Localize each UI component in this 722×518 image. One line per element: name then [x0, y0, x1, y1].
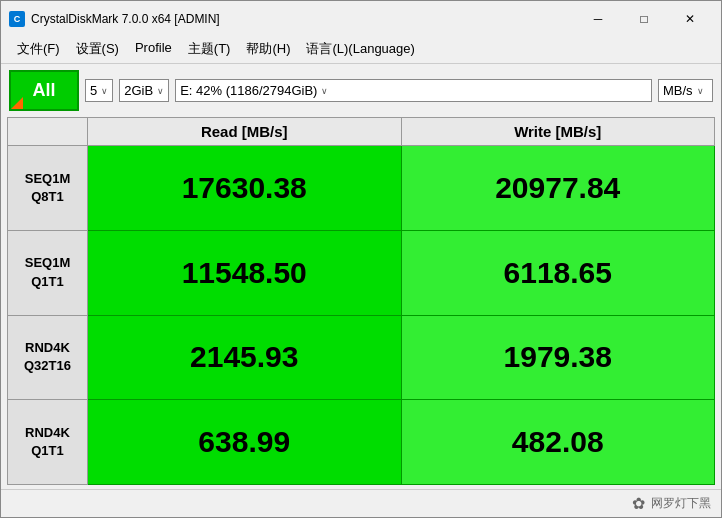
row-write-1: 6118.65: [401, 230, 715, 315]
row-write-3: 482.08: [401, 400, 715, 485]
menu-bar: 文件(F) 设置(S) Profile 主题(T) 帮助(H) 语言(L)(La…: [1, 35, 721, 64]
unit-value: MB/s: [663, 83, 693, 98]
count-dropdown-arrow: ∨: [101, 86, 108, 96]
watermark-text: 网罗灯下黑: [651, 495, 711, 512]
close-button[interactable]: ✕: [667, 7, 713, 31]
results-table: Read [MB/s] Write [MB/s] SEQ1M Q8T117630…: [7, 117, 715, 485]
maximize-button[interactable]: □: [621, 7, 667, 31]
window-title: CrystalDiskMark 7.0.0 x64 [ADMIN]: [31, 12, 220, 26]
unit-dropdown-arrow: ∨: [697, 86, 704, 96]
drive-dropdown[interactable]: E: 42% (1186/2794GiB) ∨: [175, 79, 652, 102]
toolbar: All 5 ∨ 2GiB ∨ E: 42% (1186/2794GiB) ∨ M…: [1, 64, 721, 117]
col-header-label: [8, 118, 88, 146]
status-bar: ✿ 网罗灯下黑: [1, 489, 721, 517]
col-header-read: Read [MB/s]: [88, 118, 402, 146]
all-button[interactable]: All: [9, 70, 79, 111]
count-value: 5: [90, 83, 97, 98]
menu-settings[interactable]: 设置(S): [68, 37, 127, 61]
window-controls: ─ □ ✕: [575, 7, 713, 31]
row-write-0: 20977.84: [401, 146, 715, 231]
menu-profile[interactable]: Profile: [127, 37, 180, 61]
watermark-icon: ✿: [632, 494, 645, 513]
size-value: 2GiB: [124, 83, 153, 98]
app-icon: C: [9, 11, 25, 27]
row-read-2: 2145.93: [88, 315, 402, 400]
row-write-2: 1979.38: [401, 315, 715, 400]
size-dropdown[interactable]: 2GiB ∨: [119, 79, 169, 102]
menu-file[interactable]: 文件(F): [9, 37, 68, 61]
count-dropdown[interactable]: 5 ∨: [85, 79, 113, 102]
minimize-button[interactable]: ─: [575, 7, 621, 31]
drive-dropdown-arrow: ∨: [321, 86, 328, 96]
menu-language[interactable]: 语言(L)(Language): [298, 37, 422, 61]
title-bar-left: C CrystalDiskMark 7.0.0 x64 [ADMIN]: [9, 11, 220, 27]
results-table-wrapper: Read [MB/s] Write [MB/s] SEQ1M Q8T117630…: [1, 117, 721, 489]
row-read-1: 11548.50: [88, 230, 402, 315]
title-bar: C CrystalDiskMark 7.0.0 x64 [ADMIN] ─ □ …: [1, 1, 721, 35]
menu-help[interactable]: 帮助(H): [238, 37, 298, 61]
drive-value: E: 42% (1186/2794GiB): [180, 83, 317, 98]
row-label-1: SEQ1M Q1T1: [8, 230, 88, 315]
row-label-2: RND4K Q32T16: [8, 315, 88, 400]
col-header-write: Write [MB/s]: [401, 118, 715, 146]
row-label-3: RND4K Q1T1: [8, 400, 88, 485]
row-read-3: 638.99: [88, 400, 402, 485]
unit-dropdown[interactable]: MB/s ∨: [658, 79, 713, 102]
size-dropdown-arrow: ∨: [157, 86, 164, 96]
menu-theme[interactable]: 主题(T): [180, 37, 239, 61]
main-window: C CrystalDiskMark 7.0.0 x64 [ADMIN] ─ □ …: [0, 0, 722, 518]
row-label-0: SEQ1M Q8T1: [8, 146, 88, 231]
row-read-0: 17630.38: [88, 146, 402, 231]
